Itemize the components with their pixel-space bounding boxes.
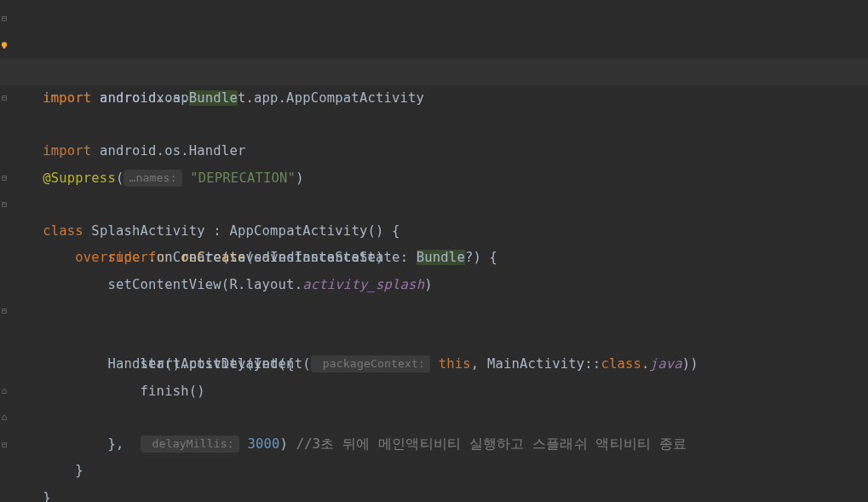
- nav-home-icon: ⌂: [0, 405, 9, 431]
- code-line[interactable]: ⊟ override fun onCreate(savedInstanceSta…: [0, 192, 868, 218]
- collapse-icon: ⊟: [0, 192, 9, 218]
- code-line[interactable]: ⌂ }, delayMillis: 3000) //3초 뒤에 메인액티비티 실…: [0, 378, 868, 405]
- code-line[interactable]: finish(): [0, 351, 868, 378]
- code-line[interactable]: super.onCreate(savedInstanceState): [0, 218, 868, 245]
- lightbulb-icon[interactable]: [0, 39, 9, 51]
- code-line[interactable]: import androidx.appcompat.app.AppCompatA…: [0, 32, 868, 58]
- code-line[interactable]: ⊟ import android.os.Handler: [0, 85, 868, 112]
- svg-point-0: [2, 42, 7, 47]
- collapse-icon: ⊟: [0, 298, 9, 325]
- collapse-icon: ⊟: [0, 5, 9, 32]
- code-line-blank[interactable]: [0, 272, 868, 298]
- collapse-icon: ⊟: [0, 165, 9, 192]
- code-line[interactable]: ⌂ }: [0, 405, 868, 431]
- brace: }: [43, 490, 51, 503]
- code-line-blank[interactable]: [0, 112, 868, 138]
- code-line[interactable]: ⊟ class SplashActivity : AppCompatActivi…: [0, 165, 868, 192]
- code-line[interactable]: ⊟ }: [0, 431, 868, 458]
- code-line-current[interactable]: import android.os.Bundle: [0, 59, 868, 85]
- code-editor[interactable]: ⊟ import android.content.Intent import a…: [0, 0, 868, 458]
- svg-rect-1: [3, 47, 6, 49]
- collapse-icon: ⊟: [0, 431, 9, 458]
- code-line[interactable]: setContentView(R.layout.activity_splash): [0, 245, 868, 271]
- collapse-icon: ⊟: [0, 85, 9, 112]
- code-line[interactable]: ⊟ import android.content.Intent: [0, 5, 868, 32]
- nav-home-icon: ⌂: [0, 378, 9, 405]
- code-line[interactable]: ⊟ Handler().postDelayed({: [0, 298, 868, 325]
- brace: }: [43, 463, 83, 478]
- code-line[interactable]: @Suppress(…names: "DEPRECATION"): [0, 138, 868, 164]
- code-line[interactable]: startActivity(Intent( packageContext: th…: [0, 325, 868, 351]
